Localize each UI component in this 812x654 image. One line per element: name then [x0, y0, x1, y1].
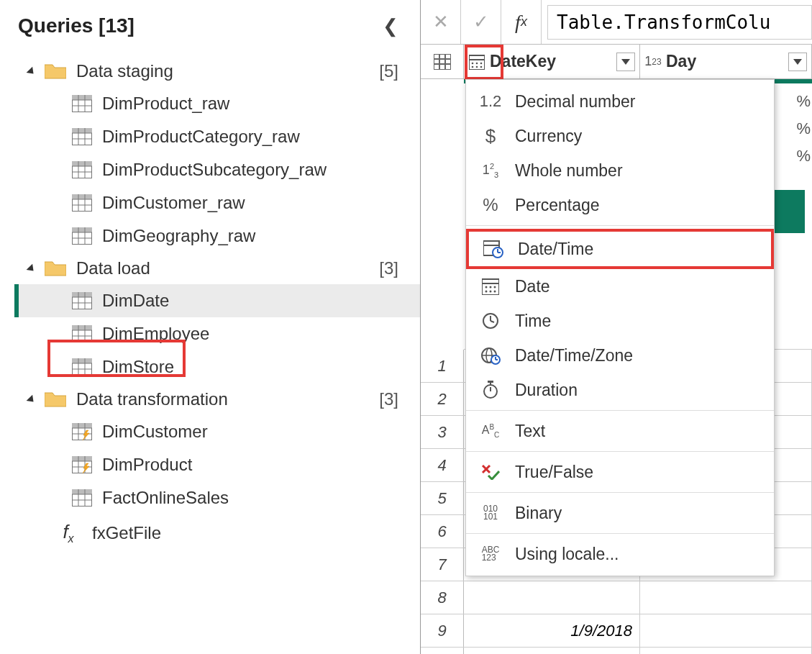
fx-icon: fx	[501, 0, 542, 44]
table-row[interactable]: 91/9/2018	[421, 614, 812, 648]
whole-number-type-icon[interactable]: 123	[644, 53, 662, 71]
type-label: Whole number	[515, 161, 623, 181]
type-icon	[478, 276, 503, 296]
type-icon: ABC	[478, 421, 503, 441]
queries-panel: Queries [13] ❮ Data staging[5]DimProduct…	[0, 0, 421, 654]
type-option-using-locale-[interactable]: ABC123Using locale...	[466, 537, 774, 571]
expand-caret-icon	[27, 67, 37, 77]
svg-point-90	[490, 291, 492, 293]
type-label: Date/Time	[518, 240, 593, 259]
svg-rect-49	[72, 423, 92, 428]
column-filter-dropdown[interactable]	[616, 53, 635, 71]
type-icon	[478, 462, 503, 482]
query-dimemployee[interactable]: DimEmployee	[18, 317, 420, 350]
select-all-cell[interactable]	[421, 45, 464, 78]
query-label: DimDate	[102, 291, 169, 311]
svg-point-89	[485, 291, 488, 293]
type-option-binary[interactable]: 010101Binary	[466, 496, 774, 530]
table-row[interactable]: 101/10/20181	[421, 648, 812, 654]
menu-separator	[466, 492, 774, 493]
cell-day[interactable]	[640, 614, 812, 647]
type-option-text[interactable]: ABCText	[466, 414, 774, 448]
table-icon	[72, 128, 92, 145]
table-row[interactable]: 8	[421, 581, 812, 614]
formula-bar: ✕ ✓ fx	[421, 0, 812, 45]
function-icon: fx	[58, 521, 79, 545]
folder-data-transformation[interactable]: Data transformation[3]	[18, 383, 420, 415]
svg-point-77	[476, 65, 478, 68]
folder-data-staging[interactable]: Data staging[5]	[18, 55, 420, 87]
type-option-decimal-number[interactable]: 1.2Decimal number	[466, 84, 774, 119]
query-dimproduct[interactable]: DimProduct	[18, 448, 420, 481]
type-icon: ABC123	[478, 544, 503, 564]
query-label: DimProduct	[102, 455, 192, 475]
table-icon	[72, 489, 92, 507]
svg-rect-19	[72, 194, 92, 199]
type-label: Duration	[515, 381, 578, 400]
cell-datekey[interactable]	[464, 581, 640, 614]
svg-point-75	[480, 62, 483, 64]
svg-point-78	[480, 65, 483, 68]
cancel-formula-button[interactable]: ✕	[421, 0, 461, 44]
query-dimcustomer[interactable]: DimCustomer	[18, 415, 420, 448]
expand-caret-icon	[27, 264, 37, 274]
folder-icon	[45, 391, 66, 408]
date-type-icon[interactable]	[468, 53, 485, 71]
svg-point-88	[494, 286, 496, 289]
table-icon	[72, 194, 92, 212]
svg-rect-55	[72, 456, 92, 461]
query-dimstore[interactable]: DimStore	[18, 350, 420, 383]
query-factonlinesales[interactable]: FactOnlineSales	[18, 481, 420, 514]
commit-formula-button[interactable]: ✓	[461, 0, 501, 44]
type-option-currency[interactable]: $Currency	[466, 119, 774, 153]
row-number: 7	[421, 548, 464, 581]
folder-data-load[interactable]: Data load[3]	[18, 253, 420, 284]
query-fxgetfile[interactable]: fxfxGetFile	[18, 514, 420, 552]
table-icon	[72, 227, 92, 245]
query-dimdate[interactable]: DimDate	[18, 284, 420, 317]
svg-rect-25	[72, 227, 92, 232]
query-label: DimCustomer_raw	[102, 193, 245, 213]
type-icon	[478, 380, 503, 400]
query-label: DimStore	[102, 357, 174, 377]
column-filter-dropdown[interactable]	[788, 53, 807, 71]
cell-day[interactable]	[640, 581, 812, 614]
table-icon	[72, 95, 92, 112]
formula-input[interactable]	[547, 5, 812, 40]
data-type-menu: 1.2Decimal number$Currency123Whole numbe…	[465, 79, 775, 576]
grid-header: DateKey 123 Day	[421, 45, 812, 79]
cell-day[interactable]: 1	[640, 648, 812, 654]
type-option-percentage[interactable]: %Percentage	[466, 188, 774, 222]
type-option-date-time-zone[interactable]: Date/Time/Zone	[466, 338, 774, 373]
type-icon	[480, 239, 506, 259]
cell-datekey[interactable]: 1/9/2018	[464, 614, 640, 647]
query-label: DimCustomer	[102, 422, 208, 442]
query-dimcustomer_raw[interactable]: DimCustomer_raw	[18, 186, 420, 219]
row-number: 6	[421, 515, 464, 548]
type-option-whole-number[interactable]: 123Whole number	[466, 153, 774, 188]
svg-point-86	[485, 286, 488, 289]
query-dimproduct_raw[interactable]: DimProduct_raw	[18, 87, 420, 120]
column-header-day[interactable]: 123 Day	[640, 45, 812, 78]
column-header-datekey[interactable]: DateKey	[464, 45, 640, 78]
svg-rect-1	[72, 95, 92, 100]
type-label: Using locale...	[515, 545, 619, 564]
query-dimproductsubcategory_raw[interactable]: DimProductSubcategory_raw	[18, 153, 420, 186]
type-icon: $	[478, 126, 503, 146]
menu-separator	[466, 451, 774, 452]
type-option-true-false[interactable]: True/False	[466, 455, 774, 489]
collapse-panel-button[interactable]: ❮	[383, 15, 398, 37]
cell-datekey[interactable]: 1/10/2018	[464, 648, 640, 654]
query-label: DimEmployee	[102, 324, 209, 344]
type-icon	[478, 345, 503, 365]
type-option-duration[interactable]: Duration	[466, 373, 774, 407]
svg-point-91	[494, 291, 496, 293]
folder-count: [5]	[379, 61, 398, 81]
query-dimgeography_raw[interactable]: DimGeography_raw	[18, 219, 420, 253]
type-option-date-time[interactable]: Date/Time	[466, 229, 774, 269]
type-option-time[interactable]: Time	[466, 304, 774, 338]
type-option-date[interactable]: Date	[466, 269, 774, 304]
query-dimproductcategory_raw[interactable]: DimProductCategory_raw	[18, 120, 420, 153]
table-icon	[434, 54, 451, 70]
row-number: 1	[421, 350, 464, 382]
